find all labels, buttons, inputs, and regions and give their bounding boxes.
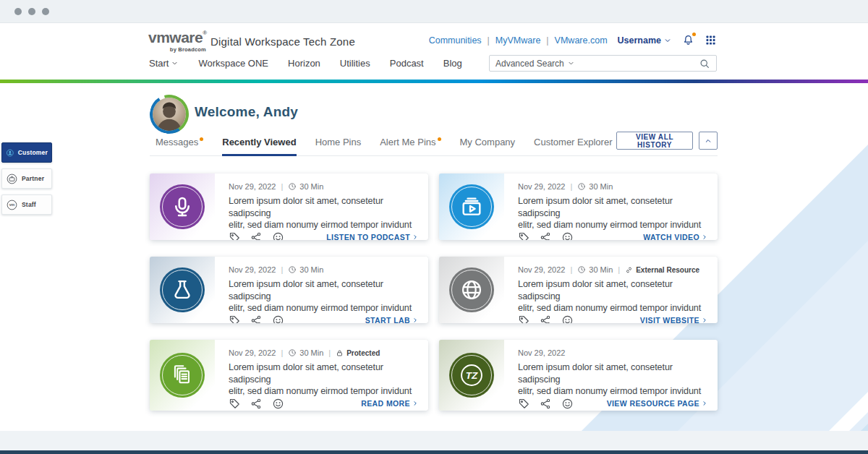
share-icon[interactable] xyxy=(540,231,552,240)
cta-view-resource-page[interactable]: VIEW RESOURCE PAGE xyxy=(607,399,708,408)
card-description: Lorem ipsum dolor sit amet, consetetur s… xyxy=(518,361,708,398)
smiley-icon[interactable] xyxy=(561,231,574,240)
card-resource-page[interactable]: Nov 29, 2022 Lorem ipsum dolor sit amet,… xyxy=(439,340,718,411)
link-vmware-com[interactable]: VMware.com xyxy=(555,35,608,46)
tab-alert-me-pins[interactable]: Alert Me Pins xyxy=(380,137,441,154)
cta-listen-to-podcast[interactable]: LISTEN TO PODCAST xyxy=(326,233,419,240)
smiley-icon[interactable] xyxy=(272,231,284,240)
chevron-right-icon xyxy=(701,234,708,240)
registered-mark: ® xyxy=(203,30,207,36)
unread-badge xyxy=(200,137,203,141)
cta-watch-video[interactable]: WATCH VIDEO xyxy=(643,233,708,240)
tag-icon[interactable] xyxy=(229,314,241,323)
site-title: Digital Workspace Tech Zone xyxy=(210,35,355,48)
advanced-search-dropdown[interactable]: Advanced Search xyxy=(495,59,575,69)
audience-tab-customer[interactable]: Customer xyxy=(1,142,52,163)
tag-icon[interactable] xyxy=(229,398,241,410)
card-video[interactable]: Nov 29, 2022 | 30 Min Lorem ipsum dolor … xyxy=(439,174,718,240)
tab-my-company[interactable]: My Company xyxy=(460,137,516,154)
tab-customer-explorer[interactable]: Customer Explorer xyxy=(534,137,612,154)
card-website[interactable]: Nov 29, 2022 | 30 Min | External Resourc… xyxy=(439,257,718,323)
share-icon[interactable] xyxy=(250,231,263,240)
card-date: Nov 29, 2022 xyxy=(229,348,276,357)
card-icon-panel xyxy=(439,174,504,240)
share-icon[interactable] xyxy=(250,314,263,323)
username-menu[interactable]: Username xyxy=(618,35,672,46)
clock-icon xyxy=(288,265,297,274)
audience-tab-staff[interactable]: Staff xyxy=(1,194,52,215)
collapse-panel-button[interactable] xyxy=(699,132,718,150)
smiley-icon[interactable] xyxy=(561,398,574,410)
share-icon[interactable] xyxy=(540,398,552,410)
card-description: Lorem ipsum dolor sit amet, consetetur s… xyxy=(229,361,419,398)
duration-label: 30 Min xyxy=(288,182,323,191)
by-broadcom-label: by Broadcom xyxy=(148,46,206,53)
app-grid-icon[interactable] xyxy=(705,35,716,46)
card-date: Nov 29, 2022 xyxy=(518,348,565,357)
card-actions xyxy=(229,314,284,323)
welcome-heading: Welcome, Andy xyxy=(195,104,298,120)
lock-icon xyxy=(336,349,344,357)
microphone-icon xyxy=(160,184,205,229)
share-icon[interactable] xyxy=(540,314,552,323)
link-myvmware[interactable]: MyVMware xyxy=(495,35,541,46)
window-dot[interactable] xyxy=(42,8,49,15)
page: vmware® by Broadcom Digital Workspace Te… xyxy=(0,23,868,454)
techzone-logo-icon xyxy=(449,353,494,398)
vmware-logo[interactable]: vmware® by Broadcom xyxy=(148,30,206,53)
card-document[interactable]: Nov 29, 2022 | 30 Min | Protected Lorem … xyxy=(150,340,428,411)
card-description: Lorem ipsum dolor sit amet, consetetur s… xyxy=(518,195,708,231)
card-icon-panel xyxy=(439,257,504,323)
view-all-history-button[interactable]: VIEW ALL HISTORY xyxy=(616,132,693,150)
cta-visit-website[interactable]: VISIT WEBSITE xyxy=(640,316,708,323)
card-description: Lorem ipsum dolor sit amet, consetetur s… xyxy=(229,195,419,231)
window-dot[interactable] xyxy=(28,8,35,15)
nav-start[interactable]: Start xyxy=(149,58,179,69)
avatar xyxy=(150,95,188,133)
audience-tab-partner[interactable]: Partner xyxy=(1,168,52,189)
chevron-down-icon xyxy=(171,59,179,67)
notifications-bell-icon[interactable] xyxy=(682,34,694,46)
documents-icon xyxy=(160,353,205,398)
nav-utilities[interactable]: Utilities xyxy=(340,58,370,69)
nav-workspace-one[interactable]: Workspace ONE xyxy=(198,58,268,69)
smiley-icon[interactable] xyxy=(272,398,284,410)
nav-horizon[interactable]: Horizon xyxy=(288,58,320,69)
clock-icon xyxy=(577,265,586,274)
cta-read-more[interactable]: READ MORE xyxy=(361,399,419,408)
tab-messages[interactable]: Messages xyxy=(156,137,203,154)
tag-icon[interactable] xyxy=(518,231,530,240)
clock-icon xyxy=(577,182,586,191)
audience-tab-rail: Customer Partner Staff xyxy=(1,142,52,215)
card-podcast[interactable]: Nov 29, 2022 | 30 Min Lorem ipsum dolor … xyxy=(150,174,428,240)
tab-recently-viewed[interactable]: Recently Viewed xyxy=(222,137,296,156)
footer-band xyxy=(0,431,868,450)
tag-icon[interactable] xyxy=(518,398,530,410)
globe-icon xyxy=(449,267,494,312)
smiley-icon[interactable] xyxy=(272,314,284,323)
tag-icon[interactable] xyxy=(229,231,241,240)
duration-label: 30 Min xyxy=(577,265,613,274)
smiley-icon[interactable] xyxy=(561,314,574,323)
tag-icon[interactable] xyxy=(518,314,530,323)
nav-blog[interactable]: Blog xyxy=(443,58,462,69)
app-window: vmware® by Broadcom Digital Workspace Te… xyxy=(0,0,868,454)
window-dot[interactable] xyxy=(14,8,22,15)
search-icon[interactable] xyxy=(699,58,710,69)
nav-podcast[interactable]: Podcast xyxy=(390,58,424,69)
tab-home-pins[interactable]: Home Pins xyxy=(315,137,362,154)
card-lab[interactable]: Nov 29, 2022 | 30 Min Lorem ipsum dolor … xyxy=(150,257,428,323)
link-communities[interactable]: Communities xyxy=(429,35,482,46)
chevron-right-icon xyxy=(412,400,419,407)
chevron-down-icon xyxy=(663,36,672,45)
card-actions xyxy=(518,314,574,323)
link-icon xyxy=(625,266,633,274)
card-description: Lorem ipsum dolor sit amet, consetetur s… xyxy=(518,278,708,314)
share-icon[interactable] xyxy=(250,398,263,410)
separator: | xyxy=(488,35,490,46)
card-icon-panel xyxy=(150,257,215,323)
chevron-right-icon xyxy=(412,317,419,323)
advanced-search-box[interactable]: Advanced Search xyxy=(489,55,717,72)
protected-label: Protected xyxy=(336,349,380,357)
cta-start-lab[interactable]: START LAB xyxy=(365,316,419,323)
